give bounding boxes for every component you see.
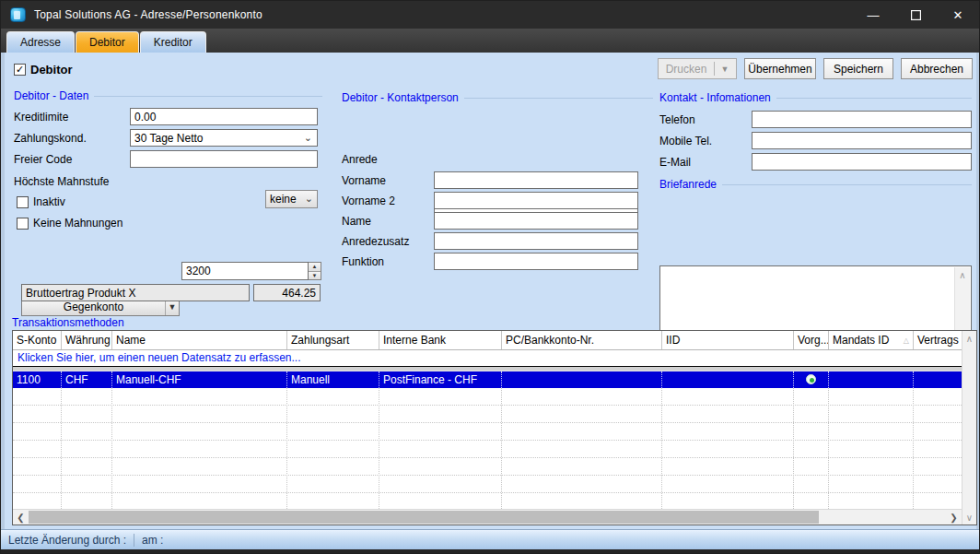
anrede-label: Anrede xyxy=(342,153,378,166)
abbrechen-button[interactable]: Abbrechen xyxy=(901,58,973,79)
email-input[interactable] xyxy=(752,153,972,171)
mandats-id-label: Mandats ID xyxy=(833,334,889,347)
mahnstufe-select[interactable]: keine ⌄ xyxy=(265,190,318,208)
kreditlimite-label: Kreditlimite xyxy=(14,111,68,124)
name-input[interactable] xyxy=(434,212,638,230)
gegenkonto-input[interactable]: 3200 xyxy=(181,262,309,280)
keine-mahnungen-label: Keine Mahnungen xyxy=(33,217,122,230)
chevron-down-icon: ⌄ xyxy=(305,193,313,205)
section-debitor-daten-title: Debitor - Daten xyxy=(14,89,88,102)
email-label: E-Mail xyxy=(659,156,691,169)
funktion-input[interactable] xyxy=(434,253,638,270)
mobile-label: Mobile Tel. xyxy=(659,135,712,147)
telefon-input[interactable] xyxy=(752,111,972,128)
maximize-button[interactable] xyxy=(894,1,937,29)
kreditlimite-input[interactable]: 0.00 xyxy=(130,108,318,125)
sort-ascending-icon: △ xyxy=(904,336,909,345)
keine-mahnungen-checkbox[interactable] xyxy=(17,218,29,230)
grid-empty-area xyxy=(13,388,962,509)
grid-header-row: S-Konto Währung Name Zahlungsart Interne… xyxy=(13,331,962,350)
zahlungskond-select[interactable]: 30 Tage Netto ⌄ xyxy=(130,129,318,147)
inaktiv-checkbox-row: Inaktiv xyxy=(17,195,65,208)
section-kontaktperson-title: Debitor - Kontaktperson xyxy=(342,91,459,104)
mahnstufe-label: Höchste Mahnstufe xyxy=(14,175,109,188)
inaktiv-label: Inaktiv xyxy=(33,195,65,208)
tab-strip: Adresse Debitor Kreditor xyxy=(1,29,979,53)
section-transaktionsmethoden: Transaktionsmethoden xyxy=(12,316,977,329)
status-am-label: am : xyxy=(142,534,163,547)
table-row-selected[interactable]: 1100 CHF Manuell-CHF Manuell PostFinance… xyxy=(13,371,962,388)
mobile-input[interactable] xyxy=(752,132,972,149)
column-header-mandats-id[interactable]: Mandats ID △ xyxy=(828,331,913,349)
section-transaktionsmethoden-title: Transaktionsmethoden xyxy=(12,316,124,329)
section-kontakt: Kontakt - Infomationen xyxy=(659,91,972,104)
debitor-checkbox[interactable]: ✓ xyxy=(14,64,26,76)
new-record-row[interactable]: Klicken Sie hier, um einen neuen Datensa… xyxy=(13,350,962,367)
section-kontakt-title: Kontakt - Infomationen xyxy=(659,91,771,104)
vorname-input[interactable] xyxy=(434,171,638,189)
mahnstufe-value: keine xyxy=(270,193,297,206)
bruttoertrag-field: Bruttoertrag Produkt X xyxy=(21,284,250,301)
cell-mandats-id xyxy=(828,371,913,388)
app-window: Topal Solutions AG - Adresse/Personenkon… xyxy=(0,0,980,554)
cell-vorg xyxy=(793,371,828,388)
freier-code-label: Freier Code xyxy=(14,153,72,166)
close-button[interactable]: ✕ xyxy=(937,1,979,29)
scroll-left-icon[interactable]: ❮ xyxy=(13,510,29,525)
freier-code-input[interactable] xyxy=(130,150,318,168)
scroll-right-icon[interactable]: ❯ xyxy=(946,510,962,525)
drucken-button[interactable]: Drucken ▼ xyxy=(658,58,737,79)
spinner-up-icon[interactable]: ▲ xyxy=(309,263,321,272)
inaktiv-checkbox[interactable] xyxy=(17,196,29,208)
cell-vertrag xyxy=(913,371,962,388)
grid-horizontal-scrollbar[interactable]: ❮ ❯ xyxy=(13,509,962,525)
window-title: Topal Solutions AG - Adresse/Personenkon… xyxy=(34,8,262,21)
gegenkonto-label: Gegenkonto xyxy=(22,301,165,313)
column-header-interne-bank[interactable]: Interne Bank xyxy=(379,331,501,349)
bruttoertrag-amount: 464.25 xyxy=(253,284,321,301)
vorname2-input[interactable] xyxy=(434,192,638,209)
horizontal-scroll-thumb[interactable] xyxy=(29,511,819,524)
column-header-vertrag[interactable]: Vertrags xyxy=(913,331,962,349)
uebernehmen-button[interactable]: Übernehmen xyxy=(744,58,816,79)
gegenkonto-spinner[interactable]: ▲ ▼ xyxy=(309,262,321,280)
anredezusatz-input[interactable] xyxy=(434,232,638,250)
minimize-button[interactable]: — xyxy=(852,1,894,29)
radio-on-icon xyxy=(806,374,816,384)
transaktionen-grid: S-Konto Währung Name Zahlungsart Interne… xyxy=(12,330,977,525)
tab-adresse[interactable]: Adresse xyxy=(6,31,75,53)
button-split-divider xyxy=(714,62,715,76)
vorname-label: Vorname xyxy=(342,174,386,187)
cell-interne-bank: PostFinance - CHF xyxy=(379,371,501,388)
app-icon xyxy=(10,7,26,22)
section-debitor-daten: Debitor - Daten xyxy=(14,89,322,102)
chevron-down-icon: ⌄ xyxy=(304,132,312,144)
status-last-change-label: Letzte Änderung durch : xyxy=(8,534,126,547)
scroll-up-icon[interactable]: ∧ xyxy=(955,267,970,282)
column-header-name[interactable]: Name xyxy=(111,331,286,349)
zahlungskond-label: Zahlungskond. xyxy=(14,132,87,145)
status-separator xyxy=(134,534,134,547)
column-header-zahlungsart[interactable]: Zahlungsart xyxy=(286,331,379,349)
section-briefanrede: Briefanrede xyxy=(659,178,972,191)
scroll-down-icon[interactable]: ∨ xyxy=(962,510,976,525)
scroll-up-icon[interactable]: ∧ xyxy=(962,331,976,346)
title-bar: Topal Solutions AG - Adresse/Personenkon… xyxy=(1,1,979,29)
column-header-iid[interactable]: IID xyxy=(661,331,793,349)
column-header-s-konto[interactable]: S-Konto xyxy=(13,331,61,349)
grid-vertical-scrollbar[interactable]: ∧ ∨ xyxy=(962,331,976,525)
column-header-pc-bankkonto[interactable]: PC/Bankkonto-Nr. xyxy=(501,331,661,349)
tab-debitor[interactable]: Debitor xyxy=(76,31,139,53)
column-header-vorg[interactable]: Vorg... xyxy=(793,331,828,349)
tab-kreditor[interactable]: Kreditor xyxy=(140,31,206,53)
column-header-waehrung[interactable]: Währung xyxy=(61,331,111,349)
funktion-label: Funktion xyxy=(342,255,384,268)
cell-s-konto: 1100 xyxy=(13,371,61,388)
spinner-down-icon[interactable]: ▼ xyxy=(309,272,321,280)
speichern-button[interactable]: Speichern xyxy=(823,58,893,79)
content-area: ✓ Debitor Drucken ▼ Übernehmen Speichern… xyxy=(1,53,979,529)
vorname2-label: Vorname 2 xyxy=(342,194,395,207)
drucken-dropdown-caret: ▼ xyxy=(720,65,729,74)
section-kontaktperson: Debitor - Kontaktperson xyxy=(342,91,653,104)
keine-mahnungen-checkbox-row: Keine Mahnungen xyxy=(17,217,122,230)
